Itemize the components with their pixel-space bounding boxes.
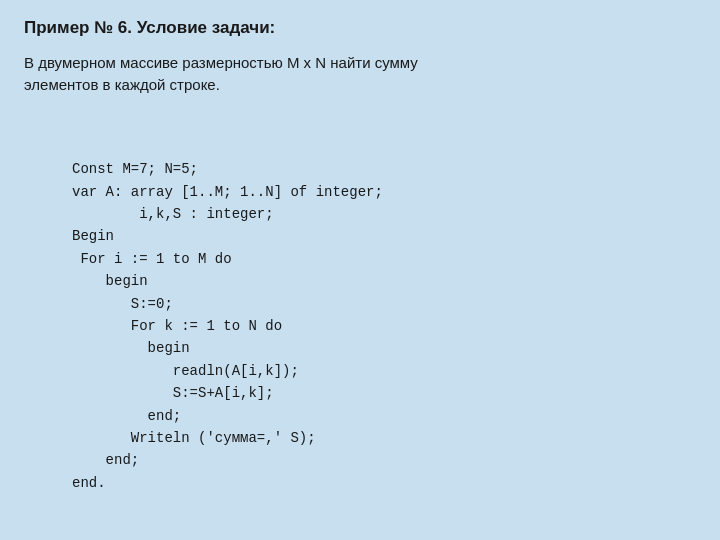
main-container: Пример № 6. Условие задачи: В двумерном … <box>0 0 720 540</box>
code-line: For k := 1 to N do <box>72 315 696 337</box>
code-line: end. <box>72 472 696 494</box>
code-line: readln(A[i,k]); <box>72 360 696 382</box>
code-line: S:=S+A[i,k]; <box>72 382 696 404</box>
task-description: В двумерном массиве размерностью M x N н… <box>24 52 696 96</box>
code-line: var A: array [1..M; 1..N] of integer; <box>72 181 696 203</box>
code-line: end; <box>72 449 696 471</box>
code-line: end; <box>72 405 696 427</box>
code-block: Const M=7; N=5;var A: array [1..M; 1..N]… <box>24 114 696 495</box>
description-line1: В двумерном массиве размерностью M x N н… <box>24 54 418 71</box>
code-line: begin <box>72 337 696 359</box>
description-line2: элементов в каждой строке. <box>24 76 220 93</box>
code-line: begin <box>72 270 696 292</box>
code-line: i,k,S : integer; <box>72 203 696 225</box>
code-line: Const M=7; N=5; <box>72 158 696 180</box>
page-title: Пример № 6. Условие задачи: <box>24 18 696 38</box>
code-line: Writeln ('сумма=,' S); <box>72 427 696 449</box>
code-line: Begin <box>72 225 696 247</box>
code-line: For i := 1 to M do <box>72 248 696 270</box>
code-line: S:=0; <box>72 293 696 315</box>
